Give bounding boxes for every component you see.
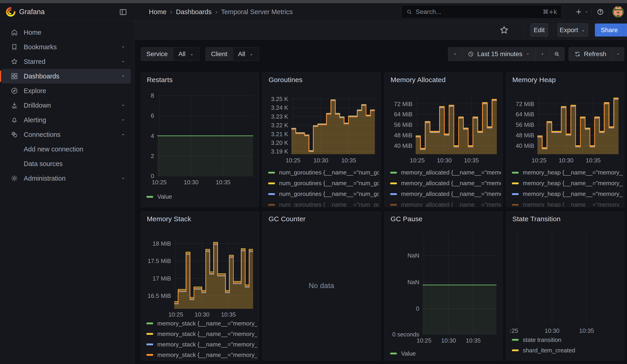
- legend-item[interactable]: memory_stack {__name__="memory_s: [146, 350, 257, 360]
- panel-title[interactable]: Restarts: [147, 76, 173, 84]
- svg-text:0: 0: [151, 173, 154, 179]
- user-avatar[interactable]: [612, 6, 624, 18]
- panel-title[interactable]: GC Counter: [268, 215, 306, 223]
- search-input[interactable]: Search... ⌘+k: [401, 5, 562, 18]
- favorite-star-icon[interactable]: [499, 25, 509, 35]
- legend-item[interactable]: memory_allocated {__name__="memo: [390, 199, 501, 207]
- legend-item[interactable]: memory_allocated {__name__="memo: [390, 189, 501, 199]
- legend-series-marker: [146, 343, 153, 345]
- share-label: Share: [601, 26, 618, 34]
- sidebar-item-administration[interactable]: Administration: [1, 171, 131, 186]
- timeseries-chart: 3.25 K3.24 K3.23 K3.22 K3.21 K3.20 K3.19…: [266, 92, 377, 167]
- no-data-message: No data: [263, 282, 380, 290]
- legend-series-marker: [146, 333, 153, 335]
- refresh-interval-button[interactable]: [612, 48, 624, 61]
- chevron-down-icon: [584, 9, 589, 14]
- legend-item[interactable]: memory_stack {__name__="memory_s: [146, 329, 257, 339]
- filter-value-dropdown[interactable]: All: [233, 48, 259, 61]
- legend-item[interactable]: Value: [146, 191, 257, 202]
- panel-state-transition: State Transition10:2510:3010:35state tra…: [506, 212, 624, 360]
- time-back-button[interactable]: [448, 48, 462, 61]
- divider: [524, 25, 525, 36]
- legend-item[interactable]: num_goroutines {__name__="num_go: [268, 189, 379, 199]
- panel-title[interactable]: Memory Heap: [512, 76, 556, 84]
- svg-text:10:35: 10:35: [579, 327, 594, 334]
- sidebar-item-connections[interactable]: Connections: [1, 127, 131, 142]
- legend-item[interactable]: num_goroutines {__name__="num_go: [268, 178, 379, 189]
- legend-item[interactable]: memory_heap {__name__="memory_h: [512, 167, 623, 178]
- edit-button[interactable]: Edit: [530, 23, 548, 37]
- svg-text:10:25: 10:25: [286, 157, 301, 164]
- grafana-logo-icon[interactable]: [5, 7, 16, 17]
- variable-filters: ServiceAllClientAll: [141, 47, 259, 61]
- svg-text:8: 8: [151, 92, 154, 99]
- export-button[interactable]: Export: [558, 23, 588, 37]
- filter-client[interactable]: ClientAll: [206, 47, 259, 61]
- panel-legend: Value: [146, 191, 257, 202]
- sidebar-item-add-new-connection[interactable]: Add new connection: [1, 142, 131, 156]
- sidebar-item-data-sources[interactable]: Data sources: [1, 156, 131, 171]
- svg-text:72 MiB: 72 MiB: [394, 101, 413, 107]
- grafana-app: Grafana Home›Dashboards›Temporal Server …: [0, 0, 627, 364]
- share-button[interactable]: Share: [595, 23, 624, 37]
- legend-item[interactable]: memory_heap {__name__="memory_h: [512, 199, 623, 207]
- legend-item[interactable]: num_goroutines {__name__="num_go: [268, 199, 379, 207]
- sidebar-item-starred[interactable]: Starred: [1, 54, 131, 69]
- panel-legend: Value: [390, 348, 501, 359]
- panel-title[interactable]: GC Pause: [391, 215, 422, 223]
- chevron-down-icon: [581, 28, 586, 33]
- breadcrumb-item[interactable]: Dashboards: [176, 8, 211, 16]
- filter-value-dropdown[interactable]: All: [173, 48, 199, 61]
- edit-label: Edit: [534, 26, 545, 34]
- legend-item[interactable]: memory_stack {__name__="memory_s: [146, 318, 257, 329]
- zoom-out-button[interactable]: [549, 48, 564, 61]
- legend-item[interactable]: state transition: [512, 335, 623, 345]
- chevron-down-icon: [616, 52, 620, 56]
- sidebar-item-dashboards[interactable]: Dashboards: [1, 69, 131, 84]
- breadcrumb-separator: ›: [170, 8, 172, 15]
- svg-text:64 MiB: 64 MiB: [394, 111, 413, 118]
- sidebar-item-bookmarks[interactable]: Bookmarks: [1, 40, 131, 54]
- panel-title[interactable]: State Transition: [512, 215, 561, 223]
- panel-title[interactable]: Memory Allocated: [391, 76, 446, 84]
- legend-series-marker: [268, 204, 275, 206]
- legend-item[interactable]: num_goroutines {__name__="num_go: [268, 167, 379, 178]
- panel-title[interactable]: Goroutines: [268, 76, 303, 84]
- sidebar-item-label: Data sources: [24, 160, 63, 168]
- legend-item[interactable]: shard_item_created: [512, 345, 623, 356]
- svg-text:10:35: 10:35: [221, 311, 236, 318]
- legend-item[interactable]: memory_stack {__name__="memory_s: [146, 339, 257, 350]
- sidebar-item-label: Home: [24, 29, 41, 36]
- panel-memory-allocated: Memory Allocated72 MiB64 MiB56 MiB48 MiB…: [384, 73, 503, 207]
- legend-item[interactable]: memory_allocated {__name__="memo: [390, 178, 501, 189]
- legend-item[interactable]: memory_allocated {__name__="memo: [390, 167, 501, 178]
- svg-text:10:25: 10:25: [168, 311, 183, 318]
- panel-title[interactable]: Memory Stack: [147, 215, 191, 223]
- help-button[interactable]: [592, 6, 609, 18]
- new-button[interactable]: [572, 6, 591, 18]
- legend-item[interactable]: Value: [390, 348, 501, 359]
- time-range-picker[interactable]: Last 15 minutes: [462, 48, 536, 61]
- search-shortcut: ⌘+k: [543, 8, 557, 15]
- bookmark-icon: [10, 43, 18, 51]
- filter-service[interactable]: ServiceAll: [141, 47, 200, 61]
- dock-menu-icon[interactable]: [119, 8, 127, 16]
- legend-item[interactable]: memory_heap {__name__="memory_h: [512, 189, 623, 199]
- sidebar-item-explore[interactable]: Explore: [1, 84, 131, 98]
- time-forward-button[interactable]: [536, 48, 549, 61]
- connections-icon: [10, 131, 18, 138]
- legend-series-label: memory_allocated {__name__="memo: [401, 169, 501, 176]
- breadcrumb-item[interactable]: Home: [149, 8, 166, 16]
- legend-series-label: Value: [401, 350, 416, 357]
- sidebar-item-alerting[interactable]: Alerting: [1, 113, 131, 127]
- legend-series-label: memory_stack {__name__="memory_s: [157, 341, 257, 348]
- legend-item[interactable]: memory_heap {__name__="memory_h: [512, 178, 623, 189]
- refresh-button[interactable]: Refresh: [569, 48, 612, 61]
- legend-series-label: state transition: [523, 336, 561, 343]
- share-dropdown-button[interactable]: [624, 23, 627, 37]
- sidebar-item-drilldown[interactable]: Drilldown: [1, 98, 131, 113]
- dashboard-toolbar: Edit Export Share: [135, 20, 627, 40]
- svg-text:NaN: NaN: [408, 252, 419, 259]
- sidebar-item-home[interactable]: Home: [1, 25, 131, 40]
- legend-series-marker: [390, 353, 397, 354]
